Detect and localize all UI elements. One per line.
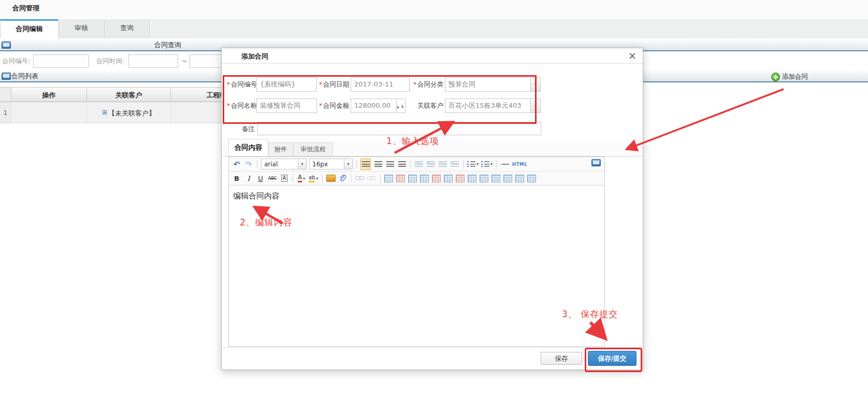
contract-amount-value: 128000.00: [354, 102, 390, 109]
toolbar-separator: [322, 174, 323, 182]
underline-icon[interactable]: U: [256, 173, 265, 183]
contract-name-field[interactable]: 装修预算合同: [256, 98, 317, 113]
range-separator: ~: [182, 54, 187, 68]
merge-cells-right-icon[interactable]: [468, 173, 477, 183]
time-from-input[interactable]: [128, 54, 178, 68]
dialog-header: 添加合同 ×: [222, 48, 643, 64]
split-cell-horizontal-icon[interactable]: [491, 173, 501, 183]
insert-column-icon[interactable]: [444, 173, 453, 183]
expand-icon[interactable]: ⊞: [102, 109, 107, 116]
delete-row-icon[interactable]: [432, 173, 441, 183]
remove-link-icon[interactable]: [367, 173, 377, 183]
rich-text-editor: ↶ ↷ arial ▾ 16px ▾: [228, 157, 605, 347]
row-customer-text: 【未关联客户】: [108, 109, 155, 117]
align-left-icon[interactable]: [360, 159, 371, 170]
nav-tab-review[interactable]: 审核: [59, 19, 105, 38]
editor-toolbar-row1: ↶ ↷ arial ▾ 16px ▾: [229, 157, 604, 172]
nav-tab-strip: 合同编辑 审核 查询: [0, 19, 868, 38]
plus-icon: [771, 73, 780, 81]
tab-approval-flow[interactable]: 审批流程: [293, 143, 333, 156]
align-justify-icon[interactable]: [397, 159, 407, 169]
search-panel-title: 合同查询: [154, 40, 181, 50]
tab-attachment[interactable]: 附件: [268, 143, 293, 156]
contract-date-field-label: *合同日期: [318, 77, 349, 92]
font-family-select[interactable]: arial ▾: [261, 159, 307, 169]
contract-no-input[interactable]: [33, 54, 89, 68]
column-properties-icon[interactable]: [527, 173, 537, 183]
delete-table-icon[interactable]: [396, 173, 406, 183]
customer-select[interactable]: 百花小区15栋3单元403 ▾: [445, 98, 541, 113]
toolbar-separator: [356, 160, 357, 168]
remark-input[interactable]: [257, 122, 541, 135]
align-right-icon[interactable]: [385, 159, 395, 169]
contract-time-label: 合同时间:: [96, 54, 124, 68]
strikethrough-icon[interactable]: ABC: [268, 173, 277, 183]
page-title: 合同管理: [12, 4, 39, 13]
toolbar-separator: [380, 174, 381, 182]
chevron-down-icon: ▾: [344, 159, 352, 169]
contract-type-field-label: *合同分类: [412, 77, 443, 92]
screen: 合同管理 合同编辑 审核 查询 合同查询 合同编号: 合同时间: ~ 合同列表 …: [0, 0, 868, 398]
insert-image-icon[interactable]: [326, 173, 336, 183]
contract-no-field[interactable]: {系统编码}: [256, 77, 317, 92]
contract-amount-field-label: *合同金额: [318, 98, 349, 113]
list-panel-title: 合同列表: [11, 72, 38, 81]
tab-contract-content[interactable]: 合同内容: [228, 139, 268, 156]
font-size-select[interactable]: 16px ▾: [309, 159, 353, 169]
chevron-down-icon[interactable]: ▾: [530, 78, 540, 91]
chevron-down-icon[interactable]: ▾: [530, 99, 540, 112]
insert-link-icon[interactable]: [355, 173, 365, 183]
bullet-list-icon[interactable]: ▾: [481, 159, 493, 169]
align-center-icon[interactable]: [373, 159, 383, 169]
chevron-down-icon: ▾: [298, 159, 306, 169]
arrow-to-dialog: [628, 89, 784, 149]
toolbar-separator: [293, 174, 293, 182]
save-button[interactable]: 保存: [541, 352, 582, 365]
spin-up-icon[interactable]: ▲: [397, 105, 399, 108]
redo-icon[interactable]: ↷: [244, 159, 253, 169]
highlight-color-icon[interactable]: ab▾: [309, 173, 319, 183]
split-cell-vertical-icon[interactable]: [503, 173, 513, 183]
customer-value: 百花小区15栋3单元403: [449, 102, 522, 109]
header-index: [0, 87, 11, 102]
add-contract-button[interactable]: 添加合同: [771, 73, 808, 81]
nav-tab-query[interactable]: 查询: [105, 19, 150, 38]
font-color-icon[interactable]: A▾: [297, 173, 306, 183]
image-align-left-icon[interactable]: [414, 159, 424, 169]
image-align-center-icon[interactable]: [426, 159, 436, 169]
image-align-bottom-icon[interactable]: [450, 159, 459, 169]
merge-cells-down-icon[interactable]: [480, 173, 489, 183]
contract-no-label: 合同编号:: [2, 54, 30, 68]
close-icon[interactable]: ×: [628, 50, 636, 61]
insert-row-below-icon[interactable]: [420, 173, 429, 183]
panel-monitor-icon: [2, 41, 11, 49]
insert-row-above-icon[interactable]: [408, 173, 417, 183]
image-align-right-icon[interactable]: [438, 159, 447, 169]
row-properties-icon[interactable]: [515, 173, 525, 183]
header-operation: 操作: [11, 87, 87, 102]
customer-field-label: 关联客户: [412, 98, 443, 113]
contract-amount-spinner[interactable]: 128000.00 ▲ ▼: [351, 98, 406, 113]
bold-icon[interactable]: B: [232, 173, 241, 183]
fullscreen-icon[interactable]: [591, 159, 601, 166]
horizontal-rule-icon[interactable]: [500, 159, 510, 169]
row-customer-cell: ⊞【未关联客户】: [87, 102, 171, 123]
remove-format-icon[interactable]: A: [280, 173, 289, 183]
attachment-icon[interactable]: [338, 173, 348, 183]
toolbar-separator: [257, 160, 257, 168]
step2-annotation: 2、编辑内容: [240, 217, 293, 229]
italic-icon[interactable]: I: [244, 173, 253, 183]
save-submit-button[interactable]: 保存/提交: [588, 351, 636, 366]
contract-type-value: 预算合同: [449, 80, 475, 88]
nav-tab-contract-edit[interactable]: 合同编辑: [0, 19, 59, 38]
delete-column-icon[interactable]: [456, 173, 465, 183]
page-header: 合同管理: [0, 0, 868, 19]
insert-table-icon[interactable]: [384, 173, 394, 183]
spin-down-icon[interactable]: ▼: [401, 104, 404, 108]
contract-date-field[interactable]: 2017-03-11: [351, 77, 410, 92]
editor-content-area[interactable]: 编辑合同内容: [229, 186, 604, 346]
ordered-list-icon[interactable]: ▾: [467, 159, 479, 169]
html-source-button[interactable]: HTML: [512, 159, 527, 169]
contract-type-select[interactable]: 预算合同 ▾: [445, 77, 541, 92]
undo-icon[interactable]: ↶: [232, 159, 241, 169]
